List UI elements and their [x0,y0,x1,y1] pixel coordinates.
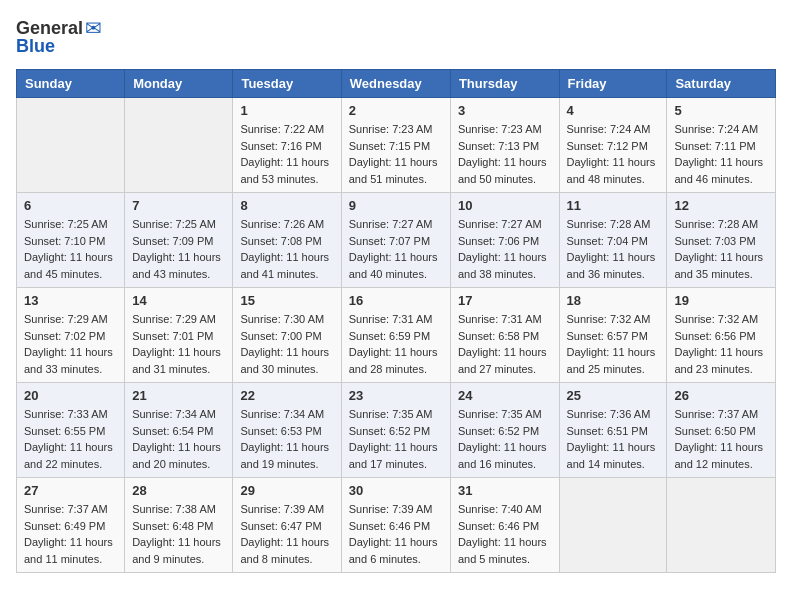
calendar-cell: 5Sunrise: 7:24 AMSunset: 7:11 PMDaylight… [667,98,776,193]
calendar-cell [17,98,125,193]
sunset-text: Sunset: 6:48 PM [132,518,225,535]
daylight-text: Daylight: 11 hours and 20 minutes. [132,439,225,472]
daylight-text: Daylight: 11 hours and 25 minutes. [567,344,660,377]
day-number: 23 [349,388,443,403]
day-number: 3 [458,103,552,118]
sunrise-text: Sunrise: 7:37 AM [24,501,117,518]
calendar-cell: 13Sunrise: 7:29 AMSunset: 7:02 PMDayligh… [17,288,125,383]
sunrise-text: Sunrise: 7:32 AM [567,311,660,328]
calendar-cell: 11Sunrise: 7:28 AMSunset: 7:04 PMDayligh… [559,193,667,288]
daylight-text: Daylight: 11 hours and 5 minutes. [458,534,552,567]
calendar-cell: 4Sunrise: 7:24 AMSunset: 7:12 PMDaylight… [559,98,667,193]
day-number: 9 [349,198,443,213]
day-content: Sunrise: 7:30 AMSunset: 7:00 PMDaylight:… [240,311,333,377]
day-number: 14 [132,293,225,308]
calendar-cell: 18Sunrise: 7:32 AMSunset: 6:57 PMDayligh… [559,288,667,383]
sunrise-text: Sunrise: 7:35 AM [349,406,443,423]
header-saturday: Saturday [667,70,776,98]
daylight-text: Daylight: 11 hours and 36 minutes. [567,249,660,282]
sunrise-text: Sunrise: 7:29 AM [24,311,117,328]
sunrise-text: Sunrise: 7:37 AM [674,406,768,423]
sunset-text: Sunset: 6:46 PM [458,518,552,535]
calendar-cell: 20Sunrise: 7:33 AMSunset: 6:55 PMDayligh… [17,383,125,478]
daylight-text: Daylight: 11 hours and 40 minutes. [349,249,443,282]
calendar-cell [125,98,233,193]
header-monday: Monday [125,70,233,98]
sunset-text: Sunset: 7:02 PM [24,328,117,345]
day-number: 29 [240,483,333,498]
calendar-cell: 6Sunrise: 7:25 AMSunset: 7:10 PMDaylight… [17,193,125,288]
calendar-week-3: 13Sunrise: 7:29 AMSunset: 7:02 PMDayligh… [17,288,776,383]
calendar-cell: 2Sunrise: 7:23 AMSunset: 7:15 PMDaylight… [341,98,450,193]
day-number: 11 [567,198,660,213]
sunset-text: Sunset: 6:46 PM [349,518,443,535]
calendar-cell: 29Sunrise: 7:39 AMSunset: 6:47 PMDayligh… [233,478,341,573]
sunset-text: Sunset: 7:16 PM [240,138,333,155]
header-wednesday: Wednesday [341,70,450,98]
sunset-text: Sunset: 6:59 PM [349,328,443,345]
sunrise-text: Sunrise: 7:28 AM [674,216,768,233]
header-tuesday: Tuesday [233,70,341,98]
day-content: Sunrise: 7:23 AMSunset: 7:15 PMDaylight:… [349,121,443,187]
day-number: 20 [24,388,117,403]
day-content: Sunrise: 7:35 AMSunset: 6:52 PMDaylight:… [349,406,443,472]
sunset-text: Sunset: 7:01 PM [132,328,225,345]
calendar-cell [667,478,776,573]
day-content: Sunrise: 7:29 AMSunset: 7:02 PMDaylight:… [24,311,117,377]
sunrise-text: Sunrise: 7:24 AM [567,121,660,138]
day-content: Sunrise: 7:25 AMSunset: 7:09 PMDaylight:… [132,216,225,282]
day-number: 31 [458,483,552,498]
sunset-text: Sunset: 6:57 PM [567,328,660,345]
daylight-text: Daylight: 11 hours and 6 minutes. [349,534,443,567]
sunrise-text: Sunrise: 7:39 AM [349,501,443,518]
sunset-text: Sunset: 6:54 PM [132,423,225,440]
calendar-cell: 23Sunrise: 7:35 AMSunset: 6:52 PMDayligh… [341,383,450,478]
day-number: 13 [24,293,117,308]
day-number: 4 [567,103,660,118]
day-number: 18 [567,293,660,308]
daylight-text: Daylight: 11 hours and 23 minutes. [674,344,768,377]
daylight-text: Daylight: 11 hours and 30 minutes. [240,344,333,377]
daylight-text: Daylight: 11 hours and 41 minutes. [240,249,333,282]
daylight-text: Daylight: 11 hours and 38 minutes. [458,249,552,282]
calendar-cell: 14Sunrise: 7:29 AMSunset: 7:01 PMDayligh… [125,288,233,383]
day-number: 25 [567,388,660,403]
day-content: Sunrise: 7:33 AMSunset: 6:55 PMDaylight:… [24,406,117,472]
sunrise-text: Sunrise: 7:32 AM [674,311,768,328]
calendar-cell: 7Sunrise: 7:25 AMSunset: 7:09 PMDaylight… [125,193,233,288]
calendar-cell: 26Sunrise: 7:37 AMSunset: 6:50 PMDayligh… [667,383,776,478]
day-content: Sunrise: 7:28 AMSunset: 7:04 PMDaylight:… [567,216,660,282]
header-thursday: Thursday [450,70,559,98]
calendar-cell: 21Sunrise: 7:34 AMSunset: 6:54 PMDayligh… [125,383,233,478]
sunset-text: Sunset: 7:07 PM [349,233,443,250]
day-number: 22 [240,388,333,403]
header-sunday: Sunday [17,70,125,98]
day-content: Sunrise: 7:34 AMSunset: 6:53 PMDaylight:… [240,406,333,472]
daylight-text: Daylight: 11 hours and 53 minutes. [240,154,333,187]
day-content: Sunrise: 7:39 AMSunset: 6:47 PMDaylight:… [240,501,333,567]
sunset-text: Sunset: 6:49 PM [24,518,117,535]
day-content: Sunrise: 7:25 AMSunset: 7:10 PMDaylight:… [24,216,117,282]
sunset-text: Sunset: 7:03 PM [674,233,768,250]
daylight-text: Daylight: 11 hours and 14 minutes. [567,439,660,472]
daylight-text: Daylight: 11 hours and 19 minutes. [240,439,333,472]
logo-blue: Blue [16,36,55,57]
header-friday: Friday [559,70,667,98]
sunrise-text: Sunrise: 7:25 AM [132,216,225,233]
sunrise-text: Sunrise: 7:23 AM [349,121,443,138]
day-content: Sunrise: 7:31 AMSunset: 6:58 PMDaylight:… [458,311,552,377]
calendar-cell: 16Sunrise: 7:31 AMSunset: 6:59 PMDayligh… [341,288,450,383]
day-content: Sunrise: 7:34 AMSunset: 6:54 PMDaylight:… [132,406,225,472]
sunset-text: Sunset: 6:50 PM [674,423,768,440]
calendar-cell: 9Sunrise: 7:27 AMSunset: 7:07 PMDaylight… [341,193,450,288]
sunset-text: Sunset: 7:00 PM [240,328,333,345]
calendar-header-row: SundayMondayTuesdayWednesdayThursdayFrid… [17,70,776,98]
sunrise-text: Sunrise: 7:39 AM [240,501,333,518]
day-number: 19 [674,293,768,308]
sunrise-text: Sunrise: 7:28 AM [567,216,660,233]
day-content: Sunrise: 7:37 AMSunset: 6:49 PMDaylight:… [24,501,117,567]
day-number: 1 [240,103,333,118]
page-header: General ✉ Blue [16,16,776,57]
day-number: 15 [240,293,333,308]
day-content: Sunrise: 7:24 AMSunset: 7:11 PMDaylight:… [674,121,768,187]
